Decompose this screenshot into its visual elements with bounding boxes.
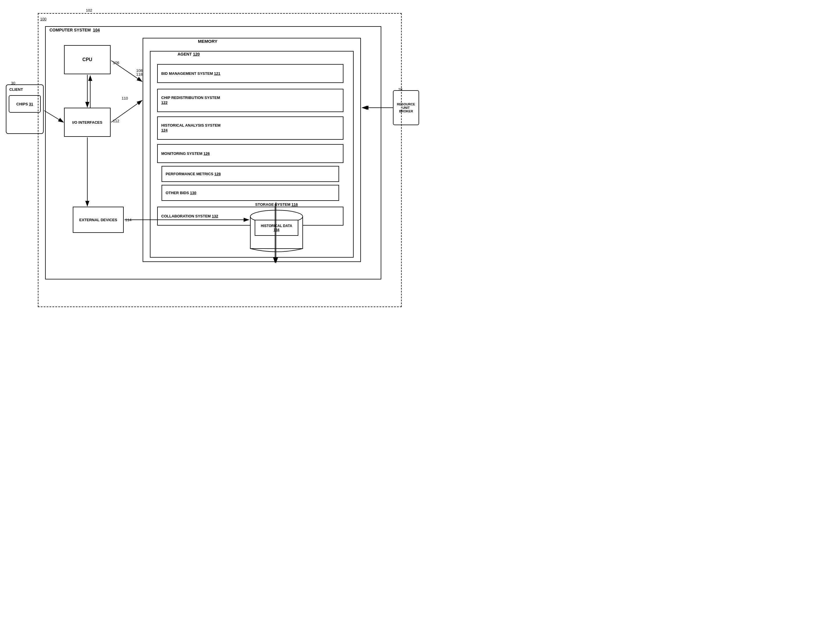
diagram: 100 102 COMPUTER SYSTEM 104 CPU 106 108 …	[0, 0, 420, 314]
performance-metrics-box: PERFORMANCE METRICS 128	[162, 166, 339, 182]
other-bids-box: OTHER BIDS 130	[162, 185, 339, 201]
agent-label: AGENT 120	[178, 52, 200, 57]
ref-28: 28	[398, 87, 402, 92]
resource-unit-broker-box: RESOURCE UNIT BROKER	[393, 90, 419, 125]
ref-112: 112	[113, 119, 120, 123]
cpu-box: CPU	[64, 45, 111, 74]
client-box: CLIENT CHIPS 31	[6, 84, 44, 134]
client-label: CLIENT	[6, 85, 43, 94]
storage-system-area: STORAGE SYSTEM 116 HISTORICAL DATA134	[249, 202, 304, 255]
ref-102: 102	[86, 8, 92, 13]
ref-118: 118	[136, 72, 143, 77]
io-interfaces-box: I/O INTERFACES	[64, 108, 111, 137]
ref-114: 114	[125, 218, 132, 222]
ref-110: 110	[122, 96, 128, 101]
chip-redistribution-box: CHIP REDISTRIBUTION SYSTEM122	[157, 89, 343, 112]
ref-106: 106	[113, 61, 120, 65]
computer-system-label: COMPUTER SYSTEM 104	[49, 28, 100, 32]
external-devices-box: EXTERNAL DEVICES	[73, 207, 124, 233]
memory-label: MEMORY	[198, 39, 217, 44]
historical-analysis-box: HISTORICAL ANALYSIS SYSTEM124	[157, 117, 343, 140]
bid-management-box: BID MANAGEMENT SYSTEM 121	[157, 64, 343, 83]
chips-box: CHIPS 31	[9, 95, 41, 113]
ref-30: 30	[11, 81, 15, 85]
monitoring-system-box: MONITORING SYSTEM 126	[157, 144, 343, 163]
